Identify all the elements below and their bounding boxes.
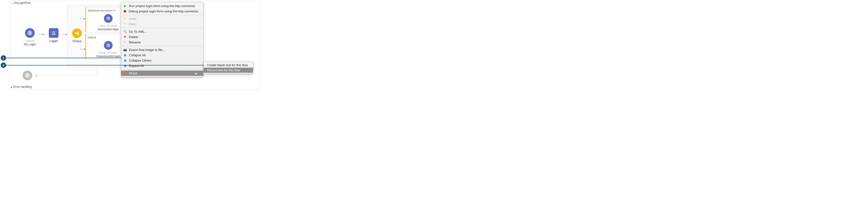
flow-end-node[interactable]	[20, 71, 35, 82]
expand-icon: ▣	[123, 64, 127, 68]
submenu-record-test[interactable]: Record test for this flow	[204, 68, 253, 73]
flow-title[interactable]: DoLoginFlow	[11, 1, 31, 5]
context-menu: ▶ Run project login-form-using-the-http-…	[121, 2, 204, 77]
dotted-return-arrow	[35, 75, 96, 76]
menu-export-image[interactable]: 📷 Export flow image to file...	[121, 47, 203, 53]
svg-point-6	[78, 33, 79, 33]
menu-run-project[interactable]: ▶ Run project login-form-using-the-http-…	[121, 3, 203, 8]
submenu-create-blank-test[interactable]: Create blank test for this flow	[204, 63, 253, 68]
menu-goto-xml[interactable]: 🔍 Go To XML...	[121, 29, 203, 34]
svg-rect-3	[52, 34, 56, 35]
menu-separator	[121, 46, 203, 46]
rename-icon: ✎	[123, 40, 127, 44]
logger-node[interactable]: LOG Logger	[44, 28, 63, 43]
collapse-icon: ▣	[123, 53, 127, 57]
menu-delete[interactable]: ✖ Delete	[121, 34, 203, 39]
munit-icon	[123, 71, 127, 75]
choice-node[interactable]: Choice	[70, 28, 84, 43]
menu-separator	[121, 15, 203, 15]
log-icon: LOG	[49, 28, 59, 38]
collapse-icon: ▣	[123, 59, 127, 62]
svg-point-7	[78, 34, 79, 35]
run-icon: ▶	[123, 4, 127, 8]
submenu-arrow-icon: ▶	[186, 72, 197, 75]
error-handling-section[interactable]: Error handling	[11, 85, 32, 89]
camera-icon: 📷	[123, 48, 127, 51]
menu-label: Undo	[129, 17, 136, 21]
menu-collapse-all[interactable]: ▣ Collapse All	[121, 53, 203, 58]
menu-undo[interactable]: ↶ Undo	[121, 16, 203, 21]
listener-label: Do Login	[20, 43, 39, 46]
menu-label: Redo	[129, 22, 136, 26]
svg-point-4	[75, 33, 76, 33]
menu-rename[interactable]: ✎ Rename	[121, 39, 203, 45]
menu-label: Create blank test for this flow	[207, 63, 248, 67]
menu-collapse-others[interactable]: ▣ Collapse Others	[121, 58, 203, 63]
menu-label: Run project login-form-using-the-http-co…	[129, 4, 195, 8]
menu-label: Go To XML...	[129, 30, 147, 33]
menu-label: Export flow image to file...	[129, 48, 165, 51]
munit-submenu: Create blank test for this flow Record t…	[204, 61, 253, 74]
menu-label: Expand All	[129, 64, 144, 68]
globe-icon	[23, 71, 32, 80]
template-icon	[104, 41, 113, 50]
menu-label: Record test for this flow	[207, 68, 240, 72]
listener-node[interactable]: Listener Do Login	[20, 28, 39, 46]
menu-separator	[121, 69, 203, 70]
listener-type: Listener	[20, 39, 39, 42]
menu-redo[interactable]: ↷ Redo	[121, 21, 203, 27]
svg-text:LOG: LOG	[52, 33, 55, 34]
choice-type: Choice	[70, 39, 84, 43]
menu-expand-all[interactable]: ▣ Expand All	[121, 63, 203, 68]
menu-label: Debug project login-form-using-the-http-…	[129, 9, 198, 13]
callout-badge: 2	[1, 63, 6, 68]
callout-line	[6, 65, 204, 66]
menu-label: Collapse Others	[129, 59, 152, 62]
menu-debug-project[interactable]: 🐞 Debug project login-form-using-the-htt…	[121, 8, 203, 14]
menu-label: Rename	[129, 40, 141, 44]
logger-type: Logger	[44, 39, 63, 43]
svg-point-5	[78, 32, 79, 32]
undo-icon: ↶	[123, 17, 127, 21]
menu-separator	[121, 28, 203, 28]
bug-icon: 🐞	[123, 9, 127, 13]
svg-rect-1	[52, 32, 56, 32]
menu-label: Collapse All	[129, 54, 145, 57]
menu-label: Delete	[129, 35, 138, 39]
return-line	[96, 68, 96, 76]
search-icon: 🔍	[123, 30, 127, 33]
globe-icon	[25, 28, 35, 38]
delete-icon: ✖	[123, 35, 127, 39]
callout-line	[6, 58, 122, 58]
callout-badge: 1	[1, 55, 6, 61]
menu-label: MUnit	[129, 72, 137, 75]
choice-icon	[72, 28, 82, 38]
template-icon	[104, 14, 113, 23]
arrow-icon	[80, 19, 85, 19]
redo-icon: ↷	[123, 22, 127, 26]
menu-munit[interactable]: MUnit ▶	[121, 71, 203, 76]
